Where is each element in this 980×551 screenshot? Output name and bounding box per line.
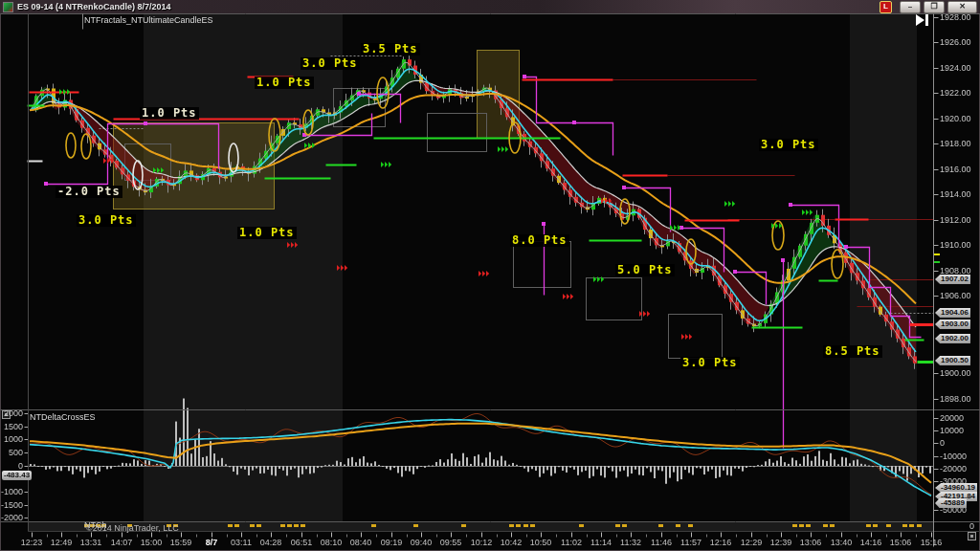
time-label: 08:10 <box>315 538 347 547</box>
time-label: 13:31 <box>75 538 107 547</box>
delta-right-axis-label: 0 <box>940 438 945 448</box>
delta-left-axis-label: 0 <box>0 461 23 471</box>
chart-instrument-label: NTFractals_NTUltimateCandleES <box>84 15 213 25</box>
price-axis-label: 1926.00 <box>940 37 971 47</box>
delta-left-axis-label: 2000 <box>0 408 23 418</box>
pts-annotation: 3.0 Pts <box>301 57 360 70</box>
time-label: 12:49 <box>45 538 78 547</box>
time-label: 08:40 <box>345 538 377 547</box>
time-label: 04:28 <box>255 538 287 547</box>
panel-expand-icon[interactable] <box>968 532 976 540</box>
price-tag: 1900.50 <box>935 356 970 365</box>
pts-annotation: 3.5 Pts <box>361 43 420 55</box>
price-axis-label: 1916.00 <box>940 165 971 174</box>
time-label: 09:55 <box>434 538 467 547</box>
time-label: 11:46 <box>645 538 678 547</box>
pts-annotation: 5.0 Pts <box>615 264 675 276</box>
delta-left-axis-label: 500 <box>0 448 23 457</box>
delta-right-axis-label: -20000 <box>940 464 967 474</box>
playback-icon[interactable] <box>914 13 933 28</box>
delta-left-axis-label: 1000 <box>0 434 23 444</box>
delta-left-axis-label: -1500 <box>0 500 23 510</box>
pts-annotation: -2.0 Pts <box>56 186 122 198</box>
time-label: 14:16 <box>855 538 887 547</box>
price-axis-label: 1910.00 <box>940 240 971 250</box>
delta-right-axis-label: 20000 <box>940 413 964 423</box>
price-axis-label: 1914.00 <box>940 189 971 199</box>
delta-left-tag: -483.43 <box>2 471 32 480</box>
time-label: 15:59 <box>165 538 197 547</box>
price-axis-label: 1898.00 <box>940 394 971 404</box>
price-axis-label: 1900.00 <box>940 368 971 378</box>
price-tag: 1904.06 <box>935 308 970 318</box>
price-axis-label: 1920.00 <box>940 114 971 123</box>
time-label: 15:16 <box>915 538 947 547</box>
time-label: 13:06 <box>794 538 827 547</box>
time-label: 15:06 <box>884 538 917 547</box>
price-axis-label: 1924.00 <box>940 63 971 73</box>
time-label: 11:02 <box>555 538 588 547</box>
copyright-text: ©2014 NinjaTrader, LLC <box>86 523 179 533</box>
pts-annotation: 3.0 Pts <box>759 139 818 151</box>
price-axis-label: 1912.00 <box>940 215 971 225</box>
time-label: 12:16 <box>704 538 737 547</box>
time-label: 09:19 <box>375 538 408 547</box>
mini-axis-zero-label: 0 <box>969 521 974 531</box>
delta-right-axis-label: 10000 <box>940 426 964 435</box>
time-label: 12:39 <box>765 538 797 547</box>
price-tag: 1903.00 <box>935 320 970 329</box>
time-label: 06:51 <box>285 538 318 547</box>
pts-annotation: 1.0 Pts <box>140 107 199 120</box>
price-axis-label: 1922.00 <box>940 88 971 98</box>
time-label: 14:07 <box>105 538 138 547</box>
time-label: 12:23 <box>15 538 48 547</box>
delta-right-tag: -45889 <box>935 498 967 508</box>
pts-annotation: 8.0 Pts <box>510 234 569 247</box>
time-label: 11:57 <box>675 538 707 547</box>
time-label: 10:42 <box>495 538 527 547</box>
time-label: 03:11 <box>225 538 257 547</box>
time-label: 12:29 <box>735 538 768 547</box>
time-label: 10:50 <box>524 538 557 547</box>
pts-annotation: 3.0 Pts <box>77 214 136 227</box>
trading-app-window: ES 09-14 (4 NTRenkoCandle) 8/7/2014 L – … <box>0 0 980 551</box>
time-label: 13:40 <box>825 538 858 547</box>
time-label: 15:00 <box>135 538 167 547</box>
indicator-panel-label: NTDeltaCrossES <box>30 412 96 422</box>
pts-annotation: 1.0 Pts <box>237 227 297 239</box>
time-label: 11:14 <box>585 538 617 547</box>
price-axis-label: 1918.00 <box>940 139 971 148</box>
price-axis-label: 1908.00 <box>940 266 971 276</box>
delta-left-axis-label: 1500 <box>0 422 23 431</box>
price-tag: 1902.00 <box>935 334 970 343</box>
delta-left-axis-label: -1000 <box>0 487 23 496</box>
time-label: 10:12 <box>465 538 498 547</box>
pts-annotation: 8.5 Pts <box>823 345 882 358</box>
delta-right-tag: -34960.19 <box>935 483 977 493</box>
time-label: 09:40 <box>405 538 437 547</box>
time-label: 8/7 <box>195 538 228 547</box>
pts-annotation: 1.0 Pts <box>255 77 314 89</box>
pts-annotation: 3.0 Pts <box>680 357 740 369</box>
delta-right-axis-label: -10000 <box>940 452 967 461</box>
price-tag: 1907.02 <box>935 275 970 284</box>
delta-left-axis-label: -2000 <box>0 513 23 522</box>
chart-overlay: NTFractals_NTUltimateCandleES NTDeltaCro… <box>0 0 980 551</box>
time-label: 11:32 <box>614 538 647 547</box>
price-axis-label: 1906.00 <box>940 291 971 300</box>
price-axis-label: 1928.00 <box>940 12 971 22</box>
